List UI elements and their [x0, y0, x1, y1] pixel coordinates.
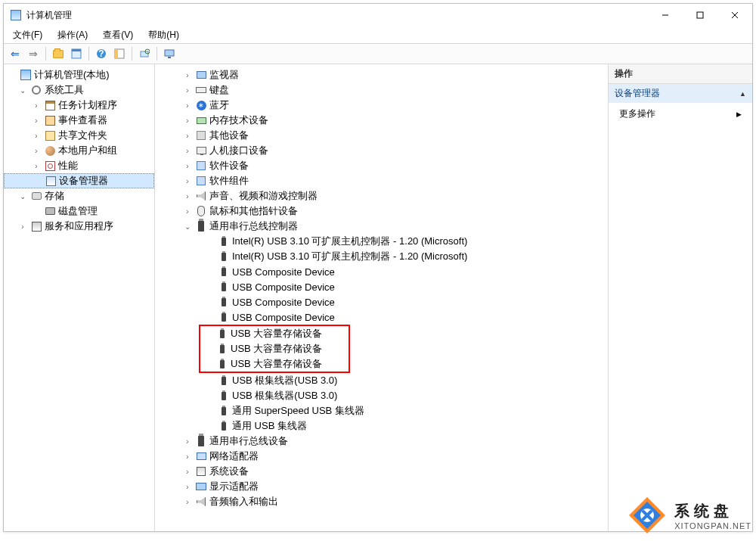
tree-item[interactable]: ›监视器	[155, 67, 608, 82]
tree-item[interactable]: USB 根集线器(USB 3.0)	[155, 388, 608, 403]
chevron-right-icon[interactable]: ›	[182, 100, 193, 110]
tree-item[interactable]: ›共享文件夹	[4, 128, 154, 143]
tree-item[interactable]: USB Composite Device	[155, 294, 608, 309]
tree-item[interactable]: ⌄通用串行总线控制器	[155, 219, 608, 234]
tree-item[interactable]: ›声音、视频和游戏控制器	[155, 188, 608, 204]
net-icon	[195, 450, 207, 462]
tree-item[interactable]: ⌄存储	[4, 188, 154, 204]
tree-item[interactable]: ›键盘	[155, 82, 608, 98]
folder-icon	[53, 50, 64, 58]
chevron-right-icon[interactable]: ›	[31, 130, 42, 141]
toolbar: ⇐ ⇒ ?	[4, 43, 752, 64]
chevron-right-icon[interactable]: ›	[17, 221, 28, 232]
chevron-right-icon[interactable]: ›	[182, 70, 193, 80]
tree-item[interactable]: ›其他设备	[155, 128, 608, 143]
tree-item[interactable]: 磁盘管理	[4, 204, 154, 219]
menu-view[interactable]: 查看(V)	[97, 27, 139, 43]
svg-rect-5	[72, 49, 81, 51]
expander-spacer	[7, 70, 17, 80]
expander-spacer	[205, 375, 215, 386]
view-pane-button[interactable]	[111, 45, 128, 62]
tree-item[interactable]: 通用 USB 集线器	[155, 418, 608, 434]
up-folder-button[interactable]	[50, 45, 67, 62]
tree-item[interactable]: 通用 SuperSpeed USB 集线器	[155, 403, 608, 418]
chevron-right-icon[interactable]: ›	[182, 481, 193, 492]
tree-item[interactable]: ›内存技术设备	[155, 113, 608, 128]
chevron-down-icon[interactable]: ⌄	[17, 85, 28, 95]
chevron-right-icon[interactable]: ›	[31, 115, 42, 126]
chevron-right-icon[interactable]: ›	[31, 160, 42, 171]
chevron-right-icon[interactable]: ›	[182, 191, 193, 201]
tree-item[interactable]: ›系统设备	[155, 464, 608, 479]
tree-item[interactable]: ›显示适配器	[155, 479, 608, 494]
tree-item[interactable]: USB Composite Device	[155, 264, 608, 279]
tree-item[interactable]: USB Composite Device	[155, 279, 608, 294]
tree-item[interactable]: ›网络适配器	[155, 449, 608, 464]
tree-item[interactable]: ›任务计划程序	[4, 98, 154, 113]
chevron-right-icon[interactable]: ›	[182, 115, 193, 126]
app-icon	[10, 9, 22, 21]
close-button[interactable]	[717, 4, 752, 26]
tree-item[interactable]: USB 大容量存储设备	[200, 326, 349, 341]
chevron-right-icon[interactable]: ›	[31, 145, 42, 156]
chevron-right-icon[interactable]: ›	[182, 466, 193, 477]
maximize-button[interactable]	[683, 4, 717, 26]
help-button[interactable]: ?	[93, 45, 110, 62]
tree-item[interactable]: ›性能	[4, 158, 154, 173]
tree-item[interactable]: ›事件查看器	[4, 113, 154, 128]
tree-item[interactable]: ›软件组件	[155, 173, 608, 188]
tree-item[interactable]: ›∗蓝牙	[155, 98, 608, 113]
chevron-right-icon[interactable]: ›	[182, 85, 193, 95]
tree-item[interactable]: Intel(R) USB 3.10 可扩展主机控制器 - 1.20 (Micro…	[155, 249, 608, 264]
chevron-right-icon[interactable]: ›	[182, 160, 193, 171]
actions-section[interactable]: 设备管理器 ▲	[609, 84, 752, 103]
storage-icon	[30, 190, 42, 202]
tree-item[interactable]: ›鼠标和其他指针设备	[155, 204, 608, 219]
tree-item[interactable]: ›软件设备	[155, 158, 608, 173]
tree-item[interactable]: 设备管理器	[4, 173, 154, 188]
chevron-right-icon[interactable]: ›	[182, 451, 193, 462]
tree-item[interactable]: USB 大容量存储设备	[200, 341, 349, 356]
center-tree-pane[interactable]: ›监视器›键盘›∗蓝牙›内存技术设备›其他设备›人机接口设备›软件设备›软件组件…	[155, 64, 609, 531]
tree-item[interactable]: Intel(R) USB 3.10 可扩展主机控制器 - 1.20 (Micro…	[155, 234, 608, 249]
monitor-button[interactable]	[161, 45, 178, 62]
svg-rect-1	[697, 12, 703, 18]
tree-item[interactable]: ›人机接口设备	[155, 143, 608, 158]
chevron-right-icon[interactable]: ›	[182, 436, 193, 446]
window-title: 计算机管理	[26, 9, 648, 22]
tree-item[interactable]: ›本地用户和组	[4, 143, 154, 158]
chevron-right-icon[interactable]: ›	[31, 100, 42, 110]
sw-icon	[195, 175, 207, 187]
tree-item-label: 软件设备	[209, 159, 249, 173]
center-tree: ›监视器›键盘›∗蓝牙›内存技术设备›其他设备›人机接口设备›软件设备›软件组件…	[155, 67, 608, 509]
tree-item[interactable]: USB 大容量存储设备	[200, 356, 349, 372]
tree-item[interactable]: ›通用串行总线设备	[155, 434, 608, 449]
chevron-right-icon[interactable]: ›	[182, 130, 193, 141]
tree-item-label: 存储	[45, 189, 64, 203]
chevron-down-icon[interactable]: ⌄	[17, 191, 28, 201]
chevron-right-icon[interactable]: ›	[182, 176, 193, 186]
nav-forward-button[interactable]: ⇒	[25, 45, 42, 62]
chevron-down-icon[interactable]: ⌄	[182, 221, 193, 232]
chevron-right-icon[interactable]: ›	[182, 145, 193, 156]
minimize-button[interactable]	[648, 4, 683, 26]
chevron-right-icon[interactable]: ›	[182, 206, 193, 216]
menu-action[interactable]: 操作(A)	[51, 27, 94, 43]
nav-back-button[interactable]: ⇐	[7, 45, 23, 62]
menu-file[interactable]: 文件(F)	[7, 27, 48, 43]
properties-button[interactable]	[68, 45, 85, 62]
menu-help[interactable]: 帮助(H)	[142, 27, 185, 43]
other-icon	[195, 129, 207, 141]
chevron-right-icon[interactable]: ›	[182, 496, 193, 507]
tree-item[interactable]: USB 根集线器(USB 3.0)	[155, 373, 608, 388]
left-tree-pane[interactable]: 计算机管理(本地)⌄系统工具›任务计划程序›事件查看器›共享文件夹›本地用户和组…	[4, 64, 155, 531]
more-actions-item[interactable]: 更多操作 ▶	[609, 103, 752, 125]
tree-item[interactable]: 计算机管理(本地)	[4, 67, 154, 82]
tree-item[interactable]: ›服务和应用程序	[4, 219, 154, 234]
tree-item[interactable]: USB Composite Device	[155, 309, 608, 325]
scan-button[interactable]	[136, 45, 153, 62]
tree-item[interactable]: ›音频输入和输出	[155, 494, 608, 509]
titlebar[interactable]: 计算机管理	[4, 4, 752, 26]
tree-item[interactable]: ⌄系统工具	[4, 82, 154, 98]
tree-item-label: 通用 USB 集线器	[232, 419, 307, 433]
